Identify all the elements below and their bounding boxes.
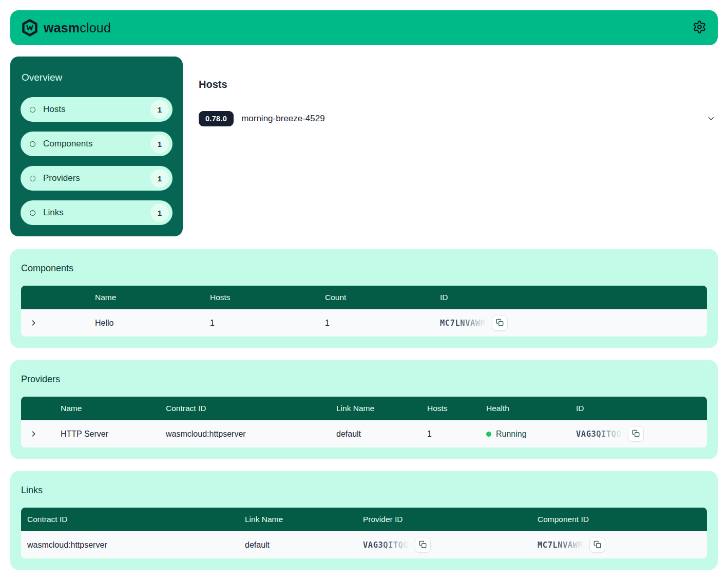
components-section: Components Name Hosts Count ID Hello 1: [10, 249, 718, 348]
circle-icon: [30, 210, 35, 216]
sidebar-item-label: Providers: [43, 173, 80, 183]
copy-button[interactable]: [628, 426, 644, 442]
components-table: Name Hosts Count ID Hello 1 1 MC7LNVAWM: [21, 286, 707, 337]
sidebar-item-links[interactable]: Links 1: [21, 200, 173, 225]
sidebar-item-label: Hosts: [43, 104, 65, 115]
components-header-row: Name Hosts Count ID: [21, 286, 707, 309]
logo-wordmark-bold: wasm: [44, 21, 80, 35]
table-row: wasmcloud:httpserver default VAG3QITQQ: [21, 531, 707, 558]
copy-icon: [419, 540, 427, 550]
column-header-count: Count: [313, 286, 428, 309]
provider-name-cell: HTTP Server: [48, 420, 154, 448]
table-row: Hello 1 1 MC7LNVAWM: [21, 309, 707, 337]
app-header: wasmcloud: [10, 10, 718, 45]
sidebar-item-hosts[interactable]: Hosts 1: [21, 97, 173, 122]
sidebar-item-providers[interactable]: Providers 1: [21, 166, 173, 191]
sidebar-item-components[interactable]: Components 1: [21, 132, 173, 156]
chevron-down-icon[interactable]: [706, 114, 716, 123]
copy-icon: [496, 319, 504, 328]
expand-row-button[interactable]: [21, 420, 48, 448]
provider-contract-id-cell: wasmcloud:httpserver: [154, 420, 324, 448]
link-component-id-cell: MC7LNVAWM: [525, 531, 707, 558]
copy-icon: [632, 430, 640, 439]
providers-header-row: Name Contract ID Link Name Hosts Health …: [21, 397, 707, 420]
host-row[interactable]: 0.78.0 morning-breeze-4529: [199, 111, 718, 141]
copy-button[interactable]: [492, 315, 508, 331]
provider-link-name-cell: default: [324, 420, 415, 448]
column-header-contract-id: Contract ID: [154, 397, 324, 420]
circle-icon: [30, 107, 35, 113]
gear-icon: [693, 20, 706, 35]
chevron-right-icon: [29, 430, 48, 438]
column-header-id: ID: [428, 286, 707, 309]
sidebar-title: Overview: [21, 72, 173, 83]
column-header-health: Health: [474, 397, 564, 420]
wasmcloud-hexagon-icon: [22, 19, 38, 36]
column-header-hosts: Hosts: [415, 397, 474, 420]
logo-wordmark-light: cloud: [80, 21, 111, 35]
component-count-cell: 1: [313, 309, 428, 337]
column-header-id: ID: [564, 397, 707, 420]
link-name-cell: default: [233, 531, 351, 558]
circle-icon: [30, 141, 35, 147]
expander-header: [21, 286, 83, 309]
links-section: Links Contract ID Link Name Provider ID …: [10, 471, 718, 570]
component-name-cell: Hello: [83, 309, 198, 337]
chevron-right-icon: [29, 319, 83, 327]
health-status-dot: [486, 432, 491, 437]
expander-header: [21, 397, 48, 420]
link-provider-id-cell: VAG3QITQQ: [351, 531, 525, 558]
host-version-badge: 0.78.0: [199, 111, 234, 126]
settings-button[interactable]: [693, 20, 706, 35]
component-id-value: MC7LNVAWM: [440, 319, 486, 328]
count-badge: 1: [150, 203, 169, 222]
hosts-panel: Hosts 0.78.0 morning-breeze-4529: [199, 57, 718, 236]
count-badge: 1: [150, 169, 169, 188]
provider-id-value: VAG3QITQQ: [576, 430, 622, 439]
hosts-title: Hosts: [199, 79, 718, 90]
column-header-name: Name: [83, 286, 198, 309]
health-status-text: Running: [496, 430, 527, 439]
expand-row-button[interactable]: [21, 309, 83, 337]
components-section-title: Components: [21, 263, 707, 274]
link-provider-id-value: VAG3QITQQ: [363, 540, 409, 550]
logo-wordmark: wasmcloud: [44, 21, 111, 35]
copy-button[interactable]: [415, 537, 431, 553]
copy-icon: [593, 540, 601, 550]
component-id-cell: MC7LNVAWM: [428, 309, 707, 337]
link-component-id-value: MC7LNVAWM: [538, 540, 583, 550]
column-header-component-id: Component ID: [525, 508, 707, 531]
sidebar-item-label: Links: [43, 208, 64, 218]
table-row: HTTP Server wasmcloud:httpserver default…: [21, 420, 707, 448]
sidebar-item-label: Components: [43, 139, 92, 149]
column-header-link-name: Link Name: [324, 397, 415, 420]
providers-section-title: Providers: [21, 374, 707, 385]
providers-table: Name Contract ID Link Name Hosts Health …: [21, 397, 707, 448]
links-section-title: Links: [21, 485, 707, 496]
provider-health-cell: Running: [474, 420, 564, 448]
column-header-provider-id: Provider ID: [351, 508, 525, 531]
column-header-contract-id: Contract ID: [21, 508, 233, 531]
column-header-name: Name: [48, 397, 154, 420]
links-table: Contract ID Link Name Provider ID Compon…: [21, 508, 707, 558]
circle-icon: [30, 176, 35, 181]
count-badge: 1: [150, 135, 169, 153]
providers-section: Providers Name Contract ID Link Name Hos…: [10, 360, 718, 459]
component-hosts-cell: 1: [198, 309, 313, 337]
wasmcloud-logo: wasmcloud: [22, 19, 111, 36]
host-name: morning-breeze-4529: [241, 114, 325, 124]
copy-button[interactable]: [589, 537, 605, 553]
overview-sidebar: Overview Hosts 1 Components 1 Providers …: [10, 57, 183, 236]
provider-hosts-cell: 1: [415, 420, 474, 448]
column-header-hosts: Hosts: [198, 286, 313, 309]
provider-id-cell: VAG3QITQQ: [564, 420, 707, 448]
column-header-link-name: Link Name: [233, 508, 351, 531]
link-contract-id-cell: wasmcloud:httpserver: [21, 531, 233, 558]
count-badge: 1: [150, 100, 169, 119]
links-header-row: Contract ID Link Name Provider ID Compon…: [21, 508, 707, 531]
